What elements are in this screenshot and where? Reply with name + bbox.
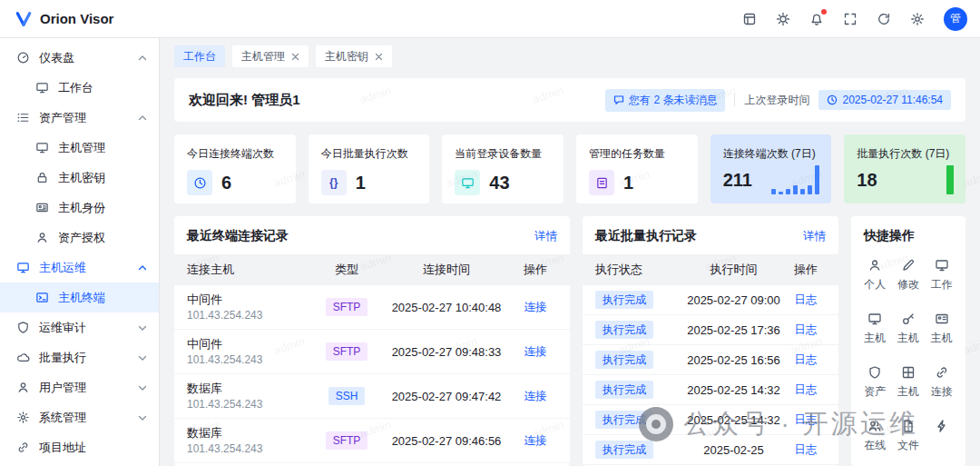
- table-row: 数据库101.43.254.243 SFTP 2025-02-27 09:46:…: [174, 419, 570, 463]
- type-badge: SFTP: [326, 298, 368, 316]
- log-link[interactable]: 日志: [795, 293, 818, 306]
- sparkline-chart: [887, 164, 954, 194]
- file-icon: [901, 419, 916, 433]
- chevron-up-icon: [137, 263, 148, 273]
- log-link[interactable]: 日志: [795, 443, 818, 456]
- sidebar-item-asset-grant[interactable]: 资产授权: [0, 223, 159, 253]
- user-grant-icon: [35, 231, 49, 244]
- table-row: 执行完成 2025-02-27 09:00 日志: [583, 285, 838, 315]
- pencil-icon: [901, 258, 916, 273]
- type-badge: SFTP: [326, 431, 368, 450]
- quick-ops-panel: 快捷操作 个人 修改 工作: [851, 216, 965, 466]
- sidebar-item-host-terminal[interactable]: 主机终端: [0, 283, 159, 312]
- id-card-icon: [935, 312, 949, 326]
- lock-icon: [35, 171, 49, 184]
- terminal-records-more-link[interactable]: 详情: [534, 229, 557, 244]
- refresh-icon[interactable]: [877, 12, 891, 26]
- device-monitor-icon: [455, 170, 480, 195]
- log-link[interactable]: 日志: [795, 413, 818, 426]
- notification-dot: [821, 9, 827, 15]
- stat-login-devices: 当前登录设备数量 43: [442, 134, 564, 203]
- quick-op-files[interactable]: 文件: [892, 419, 926, 453]
- desktop-icon: [16, 261, 30, 274]
- unread-messages-badge[interactable]: 您有 2 条未读消息: [605, 89, 725, 112]
- workbench-icon: [35, 81, 49, 94]
- sidebar-item-system-manage[interactable]: 系统管理: [0, 402, 159, 432]
- quick-op-host-terminal[interactable]: 主机: [892, 365, 926, 400]
- shield-icon: [867, 365, 882, 380]
- type-badge: SFTP: [326, 342, 368, 361]
- quick-op-exec[interactable]: [925, 419, 958, 453]
- workspace-icon[interactable]: [742, 12, 757, 26]
- sidebar-item-batch-exec[interactable]: 批量执行: [0, 342, 159, 372]
- sidebar-item-assets[interactable]: 资产管理: [0, 103, 159, 133]
- header-actions: 管: [742, 7, 967, 31]
- connect-link[interactable]: 连接: [524, 301, 547, 313]
- sidebar: 仪表盘 工作台 资产管理 主机管理 主机密钥: [0, 38, 160, 466]
- exec-records-more-link[interactable]: 详情: [803, 229, 826, 244]
- chevron-down-icon: [137, 382, 148, 393]
- last-login-time-badge: 2025-02-27 11:46:54: [818, 90, 951, 110]
- dashboard-icon: [16, 51, 30, 64]
- sidebar-item-workbench[interactable]: 工作台: [0, 73, 159, 103]
- table-row: 执行完成 2025-02-25 14:32 日志: [583, 375, 838, 405]
- connect-link[interactable]: 连接: [524, 434, 547, 447]
- status-badge: 执行完成: [595, 321, 653, 339]
- theme-sun-icon[interactable]: [776, 12, 790, 26]
- tab-bar: 工作台 主机管理 主机密钥: [160, 38, 980, 67]
- table-header: 连接主机 类型 连接时间 操作: [174, 254, 570, 285]
- gear-icon: [16, 411, 30, 424]
- tab-host-manage[interactable]: 主机管理: [232, 45, 309, 67]
- quick-op-connect[interactable]: 连接: [925, 365, 958, 400]
- divider: [734, 94, 735, 106]
- tab-workbench[interactable]: 工作台: [174, 45, 225, 67]
- sidebar-item-project-link[interactable]: 项目地址: [0, 432, 159, 462]
- chevron-down-icon: [137, 352, 148, 363]
- table-row: 执行完成 2025-02-25 16:56 日志: [583, 345, 838, 375]
- stat-terminal-connections-7d: 连接终端次数 (7日) 211: [710, 134, 832, 203]
- quick-op-profile[interactable]: 个人: [858, 258, 892, 292]
- quick-op-asset-grant[interactable]: 资产: [858, 365, 892, 400]
- sidebar-item-host-identity[interactable]: 主机身份: [0, 193, 159, 223]
- sidebar-item-host-ops[interactable]: 主机运维: [0, 253, 159, 283]
- table-row: 执行完成 2025-02-25 17:36 日志: [583, 315, 838, 345]
- settings-gear-icon[interactable]: [910, 12, 925, 26]
- log-link[interactable]: 日志: [795, 383, 818, 396]
- sidebar-item-host-manage[interactable]: 主机管理: [0, 133, 159, 163]
- users-icon: [867, 419, 882, 433]
- tab-host-key[interactable]: 主机密钥: [316, 45, 392, 67]
- log-link[interactable]: 日志: [795, 353, 818, 366]
- dashboard-content: 欢迎回来! 管理员1 您有 2 条未读消息 上次登录时间 20: [160, 67, 980, 466]
- chevron-down-icon: [137, 412, 148, 423]
- notifications-bell-icon[interactable]: [809, 12, 824, 26]
- sidebar-item-ops-audit[interactable]: 运维审计: [0, 312, 159, 342]
- user-icon: [867, 258, 882, 273]
- sidebar-item-dashboard[interactable]: 仪表盘: [0, 43, 159, 73]
- table-row: 中间件101.43.254.243 SFTP 2025-02-27 09:48:…: [174, 330, 570, 374]
- close-icon[interactable]: [375, 53, 383, 61]
- user-avatar[interactable]: 管: [944, 7, 967, 31]
- connect-link[interactable]: 连接: [524, 345, 547, 358]
- status-badge: 执行完成: [595, 411, 653, 429]
- quick-op-workbench[interactable]: 工作: [925, 258, 958, 292]
- sidebar-item-host-key[interactable]: 主机密钥: [0, 163, 159, 193]
- quick-op-online-terminal[interactable]: 在线: [858, 419, 892, 453]
- terminal-icon: [35, 291, 49, 304]
- app-logo[interactable]: Orion Visor: [15, 10, 113, 28]
- status-badge: 执行完成: [595, 291, 653, 309]
- clock-icon: [187, 170, 212, 195]
- connect-link[interactable]: 连接: [524, 390, 547, 402]
- logo-v-icon: [15, 10, 33, 28]
- table-header: 执行状态 执行时间 操作: [583, 254, 838, 285]
- quick-op-edit-password[interactable]: 修改: [892, 258, 926, 292]
- sidebar-item-user-manage[interactable]: 用户管理: [0, 372, 159, 402]
- id-card-icon: [35, 201, 49, 214]
- panel-title: 快捷操作: [864, 228, 915, 244]
- log-link[interactable]: 日志: [795, 323, 818, 336]
- quick-op-host-identity[interactable]: 主机: [925, 312, 958, 346]
- quick-op-host-key[interactable]: 主机: [892, 312, 926, 346]
- quick-op-host-manage[interactable]: 主机: [858, 312, 892, 346]
- fullscreen-icon[interactable]: [843, 12, 858, 26]
- key-icon: [901, 312, 916, 326]
- close-icon[interactable]: [291, 53, 299, 61]
